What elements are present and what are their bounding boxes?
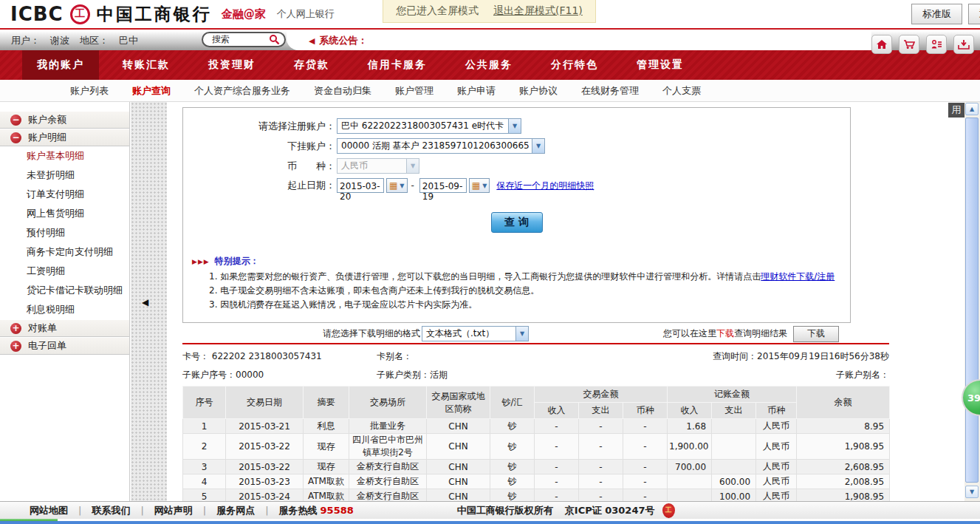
date-to-input[interactable]: 2015-09-19 bbox=[419, 178, 467, 193]
download-format-select[interactable]: 文本格式（.txt） ▼ bbox=[422, 326, 529, 341]
subnav-item-1[interactable]: 账户列表 bbox=[70, 84, 109, 98]
footer-link-2[interactable]: 联系我们 bbox=[92, 504, 130, 517]
table-cell: 600.00 bbox=[712, 474, 756, 489]
floating-tool-tab[interactable]: 用 bbox=[948, 103, 964, 118]
subnav-item-2[interactable]: 账户查询 bbox=[132, 84, 171, 98]
scroll-up-icon[interactable]: ▲ bbox=[965, 103, 979, 115]
subnav-item-7[interactable]: 账户协议 bbox=[519, 84, 558, 98]
sidebar-item-2-7[interactable]: 工资明细 bbox=[0, 262, 129, 281]
exit-fullscreen-link[interactable]: 退出全屏模式(F11) bbox=[493, 4, 583, 18]
table-row: 32015-03-22现存金桥支行自助区CHN钞---700.00人民币2,60… bbox=[183, 460, 890, 474]
subnav-item-8[interactable]: 在线财务管理 bbox=[581, 84, 639, 98]
sidebar-group-4[interactable]: +电子回单 bbox=[0, 337, 129, 355]
query-button[interactable]: 查 询 bbox=[491, 212, 543, 233]
calendar-icon: ▦ bbox=[389, 181, 397, 190]
nav-tab-5[interactable]: 信用卡服务 bbox=[353, 50, 442, 80]
subnav-item-3[interactable]: 个人资产综合服务业务 bbox=[194, 84, 290, 98]
sidebar-item-2-3[interactable]: 订单支付明细 bbox=[0, 185, 129, 204]
footer-link-1[interactable]: 网站地图 bbox=[30, 504, 68, 517]
date-from-input[interactable]: 2015-03-20 bbox=[337, 178, 384, 193]
card-info-row-1: 卡号： 622202 2318003057431 卡别名： 查询时间：2015年… bbox=[182, 350, 889, 363]
home-button[interactable] bbox=[871, 35, 892, 54]
subnav-item-4[interactable]: 资金自动归集 bbox=[314, 84, 371, 98]
sidebar-group-1[interactable]: −账户余额 bbox=[0, 111, 129, 129]
header-cash: 钞/汇 bbox=[490, 387, 535, 419]
subnav-item-5[interactable]: 账户管理 bbox=[395, 84, 434, 98]
footer-link-3[interactable]: 网站声明 bbox=[154, 504, 193, 517]
logout-button[interactable]: 退出 bbox=[968, 4, 980, 24]
nav-tab-1[interactable]: 我的账户 bbox=[22, 50, 99, 80]
cart-button[interactable] bbox=[899, 35, 919, 54]
sub-account-select[interactable]: 00000 活期 基本户 2318597101206300665 ▼ bbox=[337, 138, 545, 154]
hotline-number: 95588 bbox=[321, 505, 354, 516]
finance-software-link[interactable]: 理财软件下载/注册 bbox=[761, 271, 835, 282]
main-panel: 请选择注册账户： 巴中 6222022318003057431 e时代卡 ▼ 下… bbox=[167, 102, 964, 501]
inbox-download-button[interactable] bbox=[953, 35, 974, 54]
table-cell: 钞 bbox=[490, 489, 535, 502]
collapse-sidebar-icon[interactable]: ◀ bbox=[142, 297, 148, 307]
tips-line-3: 3. 因脱机消费存在延迟入账情况，电子现金应以芯片卡内实际为准。 bbox=[209, 299, 850, 310]
vertical-scrollbar[interactable]: ▲ ▼ bbox=[964, 102, 980, 501]
separator: | bbox=[140, 505, 143, 516]
sidebar-item-2-9[interactable]: 利息税明细 bbox=[0, 300, 129, 319]
search-box[interactable]: 搜索 bbox=[202, 32, 286, 47]
sidebar-group-3[interactable]: +对账单 bbox=[0, 319, 129, 337]
nav-tab-2[interactable]: 转账汇款 bbox=[108, 50, 185, 80]
table-cell: 3 bbox=[183, 460, 226, 474]
scroll-down-icon[interactable]: ▼ bbox=[965, 486, 979, 498]
sidebar-group-2[interactable]: −账户明细 bbox=[0, 129, 129, 146]
save-snapshot-link[interactable]: 保存近一个月的明细快照 bbox=[496, 180, 594, 192]
main-navigation: 我的账户转账汇款投资理财存贷款信用卡服务公共服务分行特色管理设置 bbox=[0, 50, 980, 80]
bottom-blue-bar bbox=[0, 521, 980, 524]
date-from-calendar-button[interactable]: ▦ ▼ bbox=[386, 178, 408, 193]
special-tips: ▶▶▶ 特别提示： 1. 如果您需要对您的银行资产、负债进行管理，您可以下载您的… bbox=[192, 255, 850, 310]
table-cell bbox=[712, 434, 756, 460]
register-account-label: 请选择注册账户： bbox=[183, 120, 335, 133]
sidebar-item-2-6[interactable]: 商务卡定向支付明细 bbox=[0, 242, 129, 262]
search-icon[interactable] bbox=[269, 34, 280, 45]
sidebar-item-2-1[interactable]: 账户基本明细 bbox=[0, 146, 129, 166]
chevron-down-icon: ▼ bbox=[482, 183, 487, 189]
register-account-select[interactable]: 巴中 6222022318003057431 e时代卡 ▼ bbox=[337, 118, 521, 134]
register-account-row: 请选择注册账户： 巴中 6222022318003057431 e时代卡 ▼ bbox=[183, 118, 850, 134]
download-button[interactable]: 下载 bbox=[793, 326, 839, 342]
contacts-button[interactable] bbox=[926, 35, 947, 54]
date-to-calendar-button[interactable]: ▦ ▼ bbox=[469, 178, 490, 193]
header-country: 交易国家或地区简称 bbox=[427, 387, 490, 419]
sidebar-group-label: 电子回单 bbox=[28, 339, 66, 353]
table-cell: 2 bbox=[183, 434, 226, 460]
search-input[interactable]: 搜索 bbox=[212, 33, 264, 46]
sidebar-item-2-2[interactable]: 未登折明细 bbox=[0, 166, 129, 185]
footer-link-4[interactable]: 服务网点 bbox=[216, 504, 255, 517]
nav-tab-6[interactable]: 公共服务 bbox=[450, 50, 527, 80]
standard-version-button[interactable]: 标准版 bbox=[911, 4, 962, 24]
nav-tab-3[interactable]: 投资理财 bbox=[193, 50, 270, 80]
red-divider bbox=[182, 343, 889, 344]
sidebar-item-2-8[interactable]: 贷记卡借记卡联动明细 bbox=[0, 281, 129, 300]
top-header: ICBC 工 中国工商银行 金融@家 个人网上银行 您已进入全屏模式 退出全屏模… bbox=[0, 0, 980, 30]
table-cell: 批量业务 bbox=[349, 419, 427, 434]
sidebar-item-2-5[interactable]: 预付明细 bbox=[0, 223, 129, 242]
nav-tab-8[interactable]: 管理设置 bbox=[622, 50, 699, 80]
quick-tools bbox=[871, 35, 974, 54]
header-summary: 摘要 bbox=[304, 387, 349, 419]
subnav-item-6[interactable]: 账户申请 bbox=[457, 84, 496, 98]
sidebar-item-2-4[interactable]: 网上售货明细 bbox=[0, 204, 129, 223]
tips-line-1-text: 1. 如果您需要对您的银行资产、负债进行管理，您可以下载您的当日明细，导入工商银… bbox=[209, 271, 761, 282]
table-cell: - bbox=[623, 434, 668, 460]
subnav-item-9[interactable]: 个人支票 bbox=[662, 84, 701, 98]
table-cell: 钞 bbox=[490, 434, 535, 460]
table-cell: 2015-03-22 bbox=[226, 460, 304, 474]
nav-tab-7[interactable]: 分行特色 bbox=[536, 50, 613, 80]
scrollbar-thumb[interactable] bbox=[965, 118, 979, 483]
table-cell: - bbox=[535, 474, 579, 489]
table-cell: 700.00 bbox=[668, 460, 712, 474]
nav-tab-4[interactable]: 存贷款 bbox=[279, 50, 344, 80]
download-format-value: 文本格式（.txt） bbox=[426, 327, 494, 340]
footer-links: 网站地图|联系我们|网站声明|服务网点 bbox=[0, 504, 255, 517]
table-cell: - bbox=[623, 489, 668, 502]
tips-line-1: 1. 如果您需要对您的银行资产、负债进行管理，您可以下载您的当日明细，导入工商银… bbox=[209, 271, 850, 282]
transactions-tbody: 12015-03-21利息批量业务CHN钞---1.68人民币8.9522015… bbox=[183, 419, 890, 502]
currency-value: 人民币 bbox=[341, 160, 368, 172]
announcement-label: 系统公告： bbox=[319, 34, 367, 47]
